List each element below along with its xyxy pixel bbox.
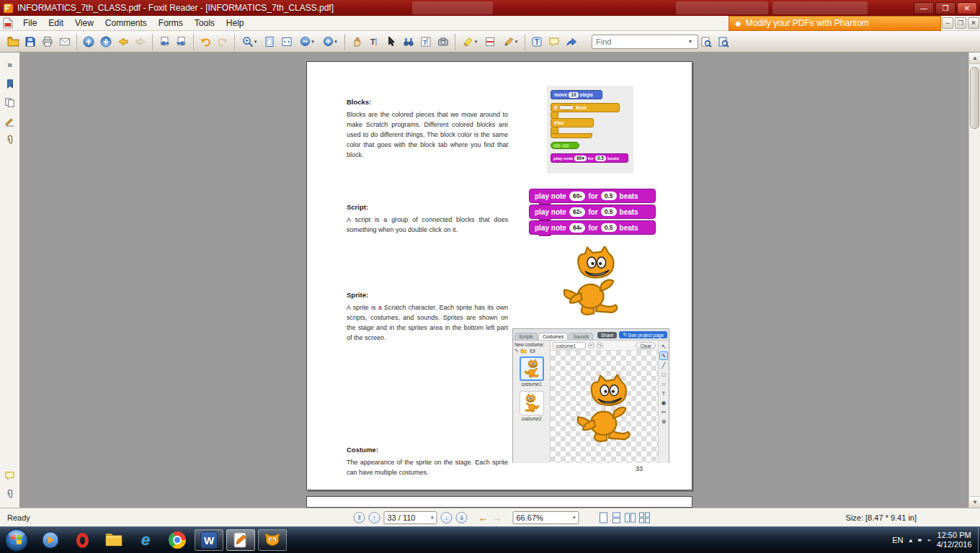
first-page-button[interactable] xyxy=(80,33,97,50)
line-tool-icon[interactable]: ╱ xyxy=(659,361,668,369)
tab-sounds[interactable]: Sounds xyxy=(569,333,593,340)
paint-clear-button[interactable]: Clear xyxy=(636,342,656,349)
text-tool-icon[interactable]: T xyxy=(659,389,668,397)
find-input[interactable] xyxy=(592,35,698,49)
pages-panel-button[interactable] xyxy=(1,93,19,112)
share-button-small[interactable]: Share xyxy=(597,332,617,338)
menu-view[interactable]: View xyxy=(69,16,99,31)
previous-view-button[interactable] xyxy=(115,33,132,50)
language-indicator[interactable]: EN xyxy=(892,536,903,544)
find-previous-button[interactable] xyxy=(698,33,715,50)
zoom-in-button[interactable]: ▾ xyxy=(318,33,342,50)
select-tool-icon[interactable]: ↖ xyxy=(659,342,668,351)
facing-layout-icon[interactable] xyxy=(624,512,636,523)
taskbar-opera[interactable] xyxy=(68,529,97,551)
note-comment-button[interactable] xyxy=(545,33,563,50)
import-costume-icon[interactable] xyxy=(520,348,527,354)
text-viewer-button[interactable]: T xyxy=(417,33,435,50)
first-page-status-button[interactable]: ⇑ xyxy=(353,512,365,523)
expand-panels-button[interactable]: » xyxy=(1,55,19,74)
costume2-thumbnail[interactable] xyxy=(520,391,544,415)
scroll-up-icon[interactable]: ▲ xyxy=(969,53,980,64)
tab-costumes[interactable]: Costumes xyxy=(538,333,568,340)
bookmarks-panel-button[interactable] xyxy=(1,74,19,93)
attachment-list-button[interactable] xyxy=(1,485,19,503)
paint-undo-button[interactable]: ↶ xyxy=(588,342,594,349)
child-restore-button[interactable]: ❐ xyxy=(955,17,966,29)
taskbar-internet-explorer[interactable]: e xyxy=(131,529,160,551)
vertical-scrollbar[interactable]: ▲ ▼ xyxy=(968,53,980,508)
find-next-button[interactable] xyxy=(715,33,732,50)
fit-width-button[interactable] xyxy=(278,33,295,50)
page-back-button[interactable] xyxy=(156,33,173,50)
paint-redo-button[interactable]: ↷ xyxy=(597,342,603,349)
page-number-combo[interactable]: 33 / 110▾ xyxy=(383,511,437,524)
typewriter-button[interactable]: T xyxy=(528,33,545,50)
menu-forms[interactable]: Forms xyxy=(153,16,189,31)
email-button[interactable] xyxy=(56,33,74,50)
pencil-tool-button[interactable]: ▾ xyxy=(499,33,522,50)
share-button[interactable] xyxy=(563,33,580,50)
taskbar-chrome[interactable] xyxy=(163,529,192,551)
paint-canvas[interactable] xyxy=(551,351,658,463)
phantom-promo-banner[interactable]: ◆ Modify your PDFs with Phantom xyxy=(729,16,941,31)
scroll-down-icon[interactable]: ▼ xyxy=(969,496,980,508)
comments-panel-button[interactable] xyxy=(1,466,19,485)
zoom-out-button[interactable]: ▾ xyxy=(295,33,318,50)
zoom-tool-button[interactable]: ▾ xyxy=(238,33,261,50)
taskbar-explorer[interactable] xyxy=(99,529,128,551)
minimize-button[interactable]: — xyxy=(914,2,934,14)
undo-button[interactable] xyxy=(197,33,214,50)
print-button[interactable] xyxy=(39,33,56,50)
display-network-icon[interactable] xyxy=(918,539,922,542)
paint-new-costume-icon[interactable]: ✎ xyxy=(514,348,518,354)
markup-tool-button[interactable] xyxy=(481,33,499,50)
zoom-combo[interactable]: 66.67%▾ xyxy=(512,511,579,524)
find-dropdown-icon[interactable]: ▾ xyxy=(689,38,692,45)
snapshot-button[interactable] xyxy=(435,33,452,50)
previous-view-status-button[interactable]: ← xyxy=(478,512,488,523)
show-desktop-button[interactable] xyxy=(978,527,979,553)
costume1-thumbnail[interactable] xyxy=(520,356,544,381)
erase-tool-icon[interactable]: ✂ xyxy=(659,408,668,416)
child-close-button[interactable]: ✕ xyxy=(968,17,979,29)
last-page-status-button[interactable]: ⇓ xyxy=(455,512,467,523)
ellipse-tool-icon[interactable]: ○ xyxy=(659,379,668,388)
tab-scripts[interactable]: Scripts xyxy=(514,333,538,340)
menu-help[interactable]: Help xyxy=(220,16,250,31)
highlight-tool-button[interactable]: ▾ xyxy=(458,33,481,50)
camera-costume-icon[interactable] xyxy=(529,348,536,354)
titlebar-tab[interactable] xyxy=(412,1,493,14)
taskbar-foxit-reader[interactable] xyxy=(226,529,255,551)
fill-tool-icon[interactable]: ◉ xyxy=(659,398,668,407)
next-view-status-button[interactable]: → xyxy=(491,512,502,523)
menu-comments[interactable]: Comments xyxy=(99,16,153,31)
stamp-tool-icon[interactable]: ⊕ xyxy=(659,417,668,426)
costume-name-field[interactable]: costume1 xyxy=(553,342,586,349)
attachments-panel-button[interactable] xyxy=(1,130,19,149)
menu-file[interactable]: File xyxy=(17,16,43,31)
hand-tool-button[interactable] xyxy=(348,33,365,50)
titlebar-tab[interactable] xyxy=(772,1,868,14)
previous-page-status-button[interactable]: ↑ xyxy=(368,512,380,523)
select-annotation-button[interactable] xyxy=(383,33,400,50)
continuous-facing-layout-icon[interactable] xyxy=(638,512,650,523)
single-page-layout-icon[interactable] xyxy=(598,512,608,523)
taskbar-scratch[interactable] xyxy=(258,529,287,551)
hidden-icons-chevron[interactable]: ▴ xyxy=(909,536,913,544)
binoculars-button[interactable] xyxy=(400,33,417,50)
select-text-button[interactable]: T xyxy=(365,33,383,50)
taskbar-word[interactable]: W xyxy=(195,529,223,551)
scrollbar-thumb[interactable] xyxy=(970,67,979,129)
signature-panel-button[interactable] xyxy=(1,112,19,130)
clock[interactable]: 12:50 PM 4/12/2016 xyxy=(937,531,972,549)
rectangle-tool-icon[interactable]: □ xyxy=(659,370,668,379)
close-button[interactable]: ✕ xyxy=(957,2,977,14)
child-minimize-button[interactable]: – xyxy=(942,17,953,29)
redo-button[interactable] xyxy=(214,33,231,50)
start-button[interactable] xyxy=(4,528,29,552)
continuous-layout-icon[interactable] xyxy=(611,512,621,523)
menu-tools[interactable]: Tools xyxy=(189,16,220,31)
titlebar-tab[interactable] xyxy=(676,1,768,14)
taskbar-media-player[interactable] xyxy=(36,529,65,551)
